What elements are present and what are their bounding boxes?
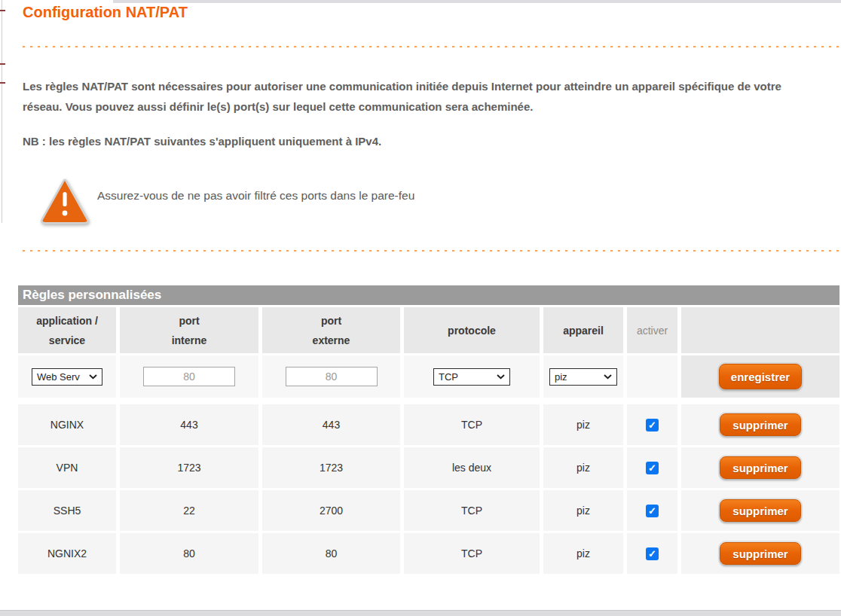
cell-port-externe: 443: [262, 404, 400, 445]
supprimer-button[interactable]: supprimer: [720, 499, 801, 522]
cell-port-interne: 1723: [120, 447, 258, 488]
cell-port-externe: 1723: [262, 447, 400, 488]
cell-appareil: piz: [543, 490, 623, 531]
table-title: Règles personnalisées: [18, 285, 839, 305]
column-header-actions: [681, 307, 839, 353]
column-header-port-externe: port externe: [262, 307, 400, 353]
nb-text: NB : les règles NAT/PAT suivantes s'appl…: [23, 135, 818, 148]
application-select[interactable]: Web Serv: [32, 368, 102, 386]
rule-row: VPN 1723 1723 les deux piz ✓ supprimer: [18, 447, 839, 488]
enregistrer-button[interactable]: enregistrer: [719, 364, 802, 389]
cell-protocole-select: TCP: [404, 355, 540, 398]
cell-protocole: TCP: [404, 404, 540, 445]
supprimer-button[interactable]: supprimer: [720, 542, 801, 565]
cell-port-interne-input: [120, 355, 258, 398]
cell-protocole: les deux: [404, 447, 540, 488]
checkmark-icon: ✓: [648, 463, 656, 473]
activer-checkbox[interactable]: ✓: [646, 419, 659, 432]
chevron-down-icon: [89, 374, 97, 380]
checkmark-icon: ✓: [648, 506, 656, 516]
cell-save-action: enregistrer: [681, 355, 839, 398]
cell-port-externe: 80: [262, 533, 400, 574]
appareil-select-value: piz: [555, 371, 567, 383]
supprimer-button[interactable]: supprimer: [720, 413, 801, 436]
cell-application: SSH5: [18, 490, 116, 531]
add-rule-form-row: Web Serv TCP piz: [18, 355, 839, 398]
cell-activer: ✓: [627, 404, 677, 445]
chevron-down-icon: [497, 374, 505, 380]
cell-port-externe-input: [262, 355, 400, 398]
dotted-separator: [23, 46, 841, 47]
cell-appareil-select: piz: [543, 355, 623, 398]
cell-application-select: Web Serv: [18, 355, 116, 398]
column-header-port-interne: port interne: [120, 307, 258, 353]
cell-port-interne: 22: [120, 490, 258, 531]
cell-delete-action: supprimer: [681, 490, 839, 531]
application-select-value: Web Serv: [37, 371, 80, 383]
top-border: [113, 0, 841, 3]
column-header-appareil: appareil: [543, 307, 623, 353]
protocole-select[interactable]: TCP: [433, 368, 510, 386]
cell-application: NGINX: [18, 404, 116, 445]
cell-port-interne: 80: [120, 533, 258, 574]
cell-activer: ✓: [627, 447, 677, 488]
cell-appareil: piz: [543, 447, 623, 488]
cell-activer: ✓: [627, 533, 677, 574]
column-header-application-service: application / service: [18, 307, 116, 353]
cell-protocole: TCP: [404, 490, 540, 531]
cell-protocole: TCP: [404, 533, 540, 574]
left-border: [2, 0, 2, 223]
left-tick-mark: [0, 10, 5, 11]
rule-row: NGINX 443 443 TCP piz ✓ supprimer: [18, 404, 839, 445]
warning-text: Assurez-vous de ne pas avoir filtré ces …: [97, 189, 414, 203]
cell-appareil: piz: [543, 404, 623, 445]
protocole-select-value: TCP: [439, 371, 458, 383]
activer-checkbox[interactable]: ✓: [646, 505, 659, 517]
column-header-protocole: protocole: [404, 307, 540, 353]
cell-delete-action: supprimer: [681, 404, 839, 445]
cell-application: NGNIX2: [18, 533, 116, 574]
cell-delete-action: supprimer: [681, 447, 839, 488]
table-header-row: application / service port interne port …: [18, 307, 839, 353]
activer-checkbox[interactable]: ✓: [646, 462, 659, 474]
appareil-select[interactable]: piz: [549, 368, 617, 386]
port-interne-input[interactable]: [143, 367, 235, 386]
rule-row: SSH5 22 2700 TCP piz ✓ supprimer: [18, 490, 839, 531]
cell-delete-action: supprimer: [681, 533, 839, 574]
horizontal-scrollbar[interactable]: [0, 610, 841, 616]
cell-port-interne: 443: [120, 404, 258, 445]
supprimer-button[interactable]: supprimer: [720, 456, 801, 479]
port-externe-input[interactable]: [286, 367, 378, 386]
left-tick-mark: [0, 82, 5, 84]
nat-pat-rules-table: Règles personnalisées application / serv…: [18, 285, 839, 574]
column-header-activer: activer: [627, 307, 677, 353]
cell-appareil: piz: [543, 533, 623, 574]
warning-icon: [40, 178, 90, 224]
cell-activer: ✓: [627, 490, 677, 531]
cell-activer-empty: [627, 355, 677, 398]
warning-banner: Assurez-vous de ne pas avoir filtré ces …: [40, 175, 841, 227]
cell-port-externe: 2700: [262, 490, 400, 531]
checkmark-icon: ✓: [648, 549, 656, 559]
intro-text: Les règles NAT/PAT sont nécessaires pour…: [23, 76, 820, 117]
cell-application: VPN: [18, 447, 116, 488]
dotted-separator: [23, 250, 841, 252]
chevron-down-icon: [604, 374, 612, 380]
page-title: Configuration NAT/PAT: [23, 4, 841, 21]
left-tick-mark: [0, 63, 5, 65]
rule-row: NGNIX2 80 80 TCP piz ✓ supprimer: [18, 533, 839, 574]
activer-checkbox[interactable]: ✓: [646, 547, 659, 560]
checkmark-icon: ✓: [648, 420, 656, 430]
